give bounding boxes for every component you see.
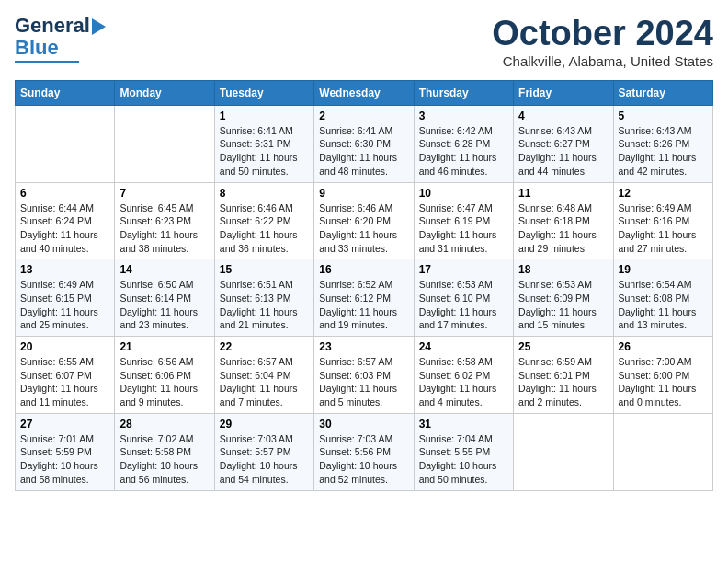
cal-cell: [115, 105, 214, 182]
cal-cell: [514, 413, 613, 490]
day-info: Sunrise: 7:02 AM Sunset: 5:58 PM Dayligh…: [119, 432, 209, 487]
cal-cell: 7Sunrise: 6:45 AM Sunset: 6:23 PM Daylig…: [115, 182, 214, 259]
cal-cell: 27Sunrise: 7:01 AM Sunset: 5:59 PM Dayli…: [16, 413, 115, 490]
logo-text: General: [15, 15, 106, 37]
days-of-week-row: SundayMondayTuesdayWednesdayThursdayFrid…: [16, 80, 713, 105]
day-number: 16: [319, 263, 408, 276]
day-info: Sunrise: 6:59 AM Sunset: 6:01 PM Dayligh…: [518, 355, 608, 409]
cal-cell: 16Sunrise: 6:52 AM Sunset: 6:12 PM Dayli…: [314, 259, 414, 337]
cal-cell: 8Sunrise: 6:46 AM Sunset: 6:22 PM Daylig…: [214, 182, 313, 259]
day-number: 2: [319, 109, 408, 122]
cal-cell: 17Sunrise: 6:53 AM Sunset: 6:10 PM Dayli…: [414, 259, 513, 337]
day-number: 20: [20, 340, 109, 353]
cal-cell: 30Sunrise: 7:03 AM Sunset: 5:56 PM Dayli…: [314, 413, 414, 490]
dow-header-friday: Friday: [514, 80, 613, 105]
cal-cell: [16, 105, 115, 182]
day-info: Sunrise: 6:43 AM Sunset: 6:26 PM Dayligh…: [619, 124, 708, 178]
day-number: 27: [20, 418, 109, 431]
day-info: Sunrise: 7:04 AM Sunset: 5:55 PM Dayligh…: [419, 432, 508, 487]
cal-cell: 6Sunrise: 6:44 AM Sunset: 6:24 PM Daylig…: [16, 182, 115, 259]
dow-header-tuesday: Tuesday: [214, 80, 313, 105]
day-info: Sunrise: 6:50 AM Sunset: 6:14 PM Dayligh…: [119, 278, 209, 332]
day-number: 10: [419, 187, 508, 200]
cal-cell: 23Sunrise: 6:57 AM Sunset: 6:03 PM Dayli…: [314, 337, 414, 414]
day-number: 12: [619, 187, 708, 200]
cal-cell: 4Sunrise: 6:43 AM Sunset: 6:27 PM Daylig…: [514, 105, 613, 182]
day-number: 29: [220, 418, 309, 431]
day-number: 26: [619, 340, 708, 353]
day-info: Sunrise: 6:49 AM Sunset: 6:16 PM Dayligh…: [619, 201, 708, 256]
day-number: 3: [419, 109, 508, 122]
day-info: Sunrise: 6:58 AM Sunset: 6:02 PM Dayligh…: [419, 355, 508, 409]
day-info: Sunrise: 6:55 AM Sunset: 6:07 PM Dayligh…: [20, 355, 109, 409]
day-number: 7: [119, 187, 209, 200]
day-info: Sunrise: 6:43 AM Sunset: 6:27 PM Dayligh…: [518, 124, 608, 178]
cal-cell: 5Sunrise: 6:43 AM Sunset: 6:26 PM Daylig…: [613, 105, 712, 182]
cal-cell: 9Sunrise: 6:46 AM Sunset: 6:20 PM Daylig…: [314, 182, 414, 259]
cal-cell: 3Sunrise: 6:42 AM Sunset: 6:28 PM Daylig…: [414, 105, 513, 182]
dow-header-saturday: Saturday: [613, 80, 712, 105]
day-info: Sunrise: 6:42 AM Sunset: 6:28 PM Dayligh…: [419, 124, 508, 178]
cal-cell: 12Sunrise: 6:49 AM Sunset: 6:16 PM Dayli…: [613, 182, 712, 259]
day-number: 30: [319, 418, 408, 431]
day-number: 21: [119, 340, 209, 353]
day-info: Sunrise: 6:57 AM Sunset: 6:03 PM Dayligh…: [319, 355, 408, 409]
day-info: Sunrise: 6:56 AM Sunset: 6:06 PM Dayligh…: [119, 355, 209, 409]
cal-cell: [613, 413, 712, 490]
day-number: 22: [220, 340, 309, 353]
day-number: 6: [20, 187, 109, 200]
day-info: Sunrise: 6:54 AM Sunset: 6:08 PM Dayligh…: [619, 278, 708, 332]
day-number: 24: [419, 340, 508, 353]
day-number: 1: [220, 109, 309, 122]
day-info: Sunrise: 6:44 AM Sunset: 6:24 PM Dayligh…: [20, 201, 109, 256]
day-number: 18: [518, 263, 608, 276]
day-info: Sunrise: 7:03 AM Sunset: 5:56 PM Dayligh…: [319, 432, 408, 487]
day-number: 31: [419, 418, 508, 431]
day-info: Sunrise: 7:00 AM Sunset: 6:00 PM Dayligh…: [619, 355, 708, 409]
calendar-table: SundayMondayTuesdayWednesdayThursdayFrid…: [15, 80, 713, 491]
day-info: Sunrise: 6:41 AM Sunset: 6:30 PM Dayligh…: [319, 124, 408, 178]
day-number: 9: [319, 187, 408, 200]
cal-cell: 15Sunrise: 6:51 AM Sunset: 6:13 PM Dayli…: [214, 259, 313, 337]
day-number: 28: [119, 418, 209, 431]
cal-cell: 19Sunrise: 6:54 AM Sunset: 6:08 PM Dayli…: [613, 259, 712, 337]
cal-cell: 21Sunrise: 6:56 AM Sunset: 6:06 PM Dayli…: [115, 337, 214, 414]
cal-cell: 22Sunrise: 6:57 AM Sunset: 6:04 PM Dayli…: [214, 337, 313, 414]
day-info: Sunrise: 6:53 AM Sunset: 6:10 PM Dayligh…: [419, 278, 508, 332]
day-number: 4: [518, 109, 608, 122]
day-info: Sunrise: 6:41 AM Sunset: 6:31 PM Dayligh…: [220, 124, 309, 178]
day-info: Sunrise: 6:46 AM Sunset: 6:22 PM Dayligh…: [220, 201, 309, 256]
day-number: 13: [20, 263, 109, 276]
day-info: Sunrise: 6:46 AM Sunset: 6:20 PM Dayligh…: [319, 201, 408, 256]
title-block: October 2024 Chalkville, Alabama, United…: [492, 15, 713, 69]
day-number: 15: [220, 263, 309, 276]
location: Chalkville, Alabama, United States: [492, 53, 713, 69]
week-row-3: 13Sunrise: 6:49 AM Sunset: 6:15 PM Dayli…: [16, 259, 713, 337]
dow-header-sunday: Sunday: [16, 80, 115, 105]
day-info: Sunrise: 6:49 AM Sunset: 6:15 PM Dayligh…: [20, 278, 109, 332]
day-number: 25: [518, 340, 608, 353]
page-header: General Blue October 2024 Chalkville, Al…: [15, 15, 713, 69]
dow-header-thursday: Thursday: [414, 80, 513, 105]
cal-cell: 26Sunrise: 7:00 AM Sunset: 6:00 PM Dayli…: [613, 337, 712, 414]
week-row-4: 20Sunrise: 6:55 AM Sunset: 6:07 PM Dayli…: [16, 337, 713, 414]
cal-cell: 1Sunrise: 6:41 AM Sunset: 6:31 PM Daylig…: [214, 105, 313, 182]
day-info: Sunrise: 7:03 AM Sunset: 5:57 PM Dayligh…: [220, 432, 309, 487]
day-info: Sunrise: 6:53 AM Sunset: 6:09 PM Dayligh…: [518, 278, 608, 332]
logo-underline: [15, 61, 79, 63]
cal-cell: 11Sunrise: 6:48 AM Sunset: 6:18 PM Dayli…: [514, 182, 613, 259]
cal-cell: 13Sunrise: 6:49 AM Sunset: 6:15 PM Dayli…: [16, 259, 115, 337]
cal-cell: 28Sunrise: 7:02 AM Sunset: 5:58 PM Dayli…: [115, 413, 214, 490]
day-number: 8: [220, 187, 309, 200]
cal-cell: 18Sunrise: 6:53 AM Sunset: 6:09 PM Dayli…: [514, 259, 613, 337]
cal-cell: 25Sunrise: 6:59 AM Sunset: 6:01 PM Dayli…: [514, 337, 613, 414]
cal-cell: 31Sunrise: 7:04 AM Sunset: 5:55 PM Dayli…: [414, 413, 513, 490]
month-title: October 2024: [492, 15, 713, 53]
day-number: 23: [319, 340, 408, 353]
week-row-5: 27Sunrise: 7:01 AM Sunset: 5:59 PM Dayli…: [16, 413, 713, 490]
day-info: Sunrise: 6:52 AM Sunset: 6:12 PM Dayligh…: [319, 278, 408, 332]
day-number: 5: [619, 109, 708, 122]
day-number: 14: [119, 263, 209, 276]
day-info: Sunrise: 6:45 AM Sunset: 6:23 PM Dayligh…: [119, 201, 209, 256]
logo: General Blue: [15, 15, 106, 63]
